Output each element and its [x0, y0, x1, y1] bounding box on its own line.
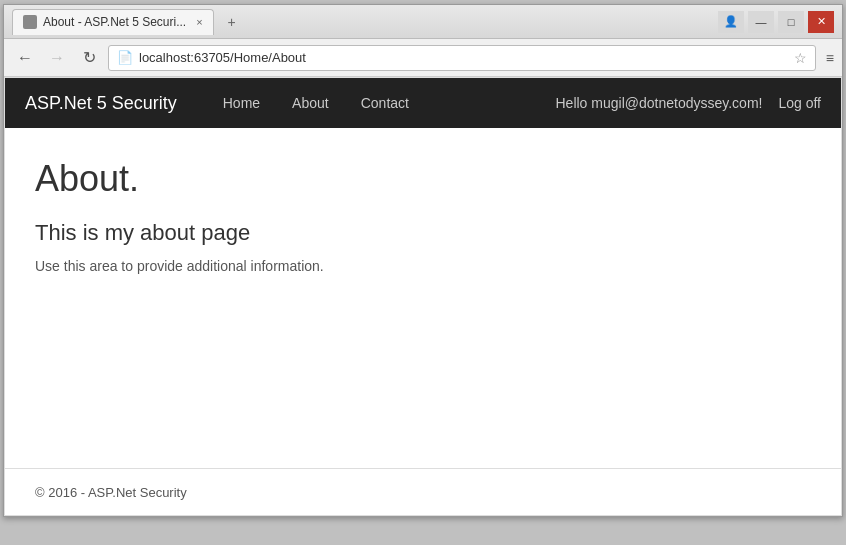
nav-link-contact[interactable]: Contact — [345, 78, 425, 128]
tab-label: About - ASP.Net 5 Securi... — [43, 15, 186, 29]
tab-close-button[interactable]: × — [196, 16, 202, 28]
site-brand: ASP.Net 5 Security — [25, 93, 177, 114]
maximize-button[interactable]: □ — [778, 11, 804, 33]
refresh-icon: ↻ — [83, 48, 96, 67]
refresh-button[interactable]: ↻ — [76, 45, 102, 71]
close-button[interactable]: ✕ — [808, 11, 834, 33]
nav-link-about[interactable]: About — [276, 78, 345, 128]
address-text: localhost:63705/Home/About — [139, 50, 788, 65]
minimize-button[interactable]: — — [748, 11, 774, 33]
tab-favicon — [23, 15, 37, 29]
page-title: About. — [35, 158, 811, 200]
nav-bar: ← → ↻ 📄 localhost:63705/Home/About ☆ ≡ — [4, 39, 842, 77]
footer-text: © 2016 - ASP.Net Security — [35, 485, 187, 500]
title-bar-left: About - ASP.Net 5 Securi... × + — [12, 9, 718, 35]
hello-text: Hello mugil@dotnetodyssey.com! — [556, 95, 763, 111]
window-controls: 👤 — □ ✕ — [718, 11, 834, 33]
site-container: ASP.Net 5 Security Home About Contact He… — [4, 77, 842, 516]
site-nav-links: Home About Contact — [207, 78, 425, 128]
address-bar[interactable]: 📄 localhost:63705/Home/About ☆ — [108, 45, 816, 71]
nav-link-home[interactable]: Home — [207, 78, 276, 128]
bookmark-star-icon[interactable]: ☆ — [794, 50, 807, 66]
browser-window: About - ASP.Net 5 Securi... × + 👤 — □ ✕ … — [3, 4, 843, 517]
back-button[interactable]: ← — [12, 45, 38, 71]
browser-tab[interactable]: About - ASP.Net 5 Securi... × — [12, 9, 214, 35]
page-subtitle: This is my about page — [35, 220, 811, 246]
page-content: About. This is my about page Use this ar… — [5, 128, 841, 468]
site-navbar: ASP.Net 5 Security Home About Contact He… — [5, 78, 841, 128]
site-footer: © 2016 - ASP.Net Security — [5, 468, 841, 515]
profile-button[interactable]: 👤 — [718, 11, 744, 33]
forward-button[interactable]: → — [44, 45, 70, 71]
forward-icon: → — [49, 49, 65, 67]
logoff-link[interactable]: Log off — [778, 95, 821, 111]
new-tab-button[interactable]: + — [220, 10, 244, 34]
page-description: Use this area to provide additional info… — [35, 258, 811, 274]
title-bar: About - ASP.Net 5 Securi... × + 👤 — □ ✕ — [4, 5, 842, 39]
page-icon: 📄 — [117, 50, 133, 65]
browser-menu-icon[interactable]: ≡ — [826, 50, 834, 66]
site-nav-right: Hello mugil@dotnetodyssey.com! Log off — [556, 95, 822, 111]
back-icon: ← — [17, 49, 33, 67]
